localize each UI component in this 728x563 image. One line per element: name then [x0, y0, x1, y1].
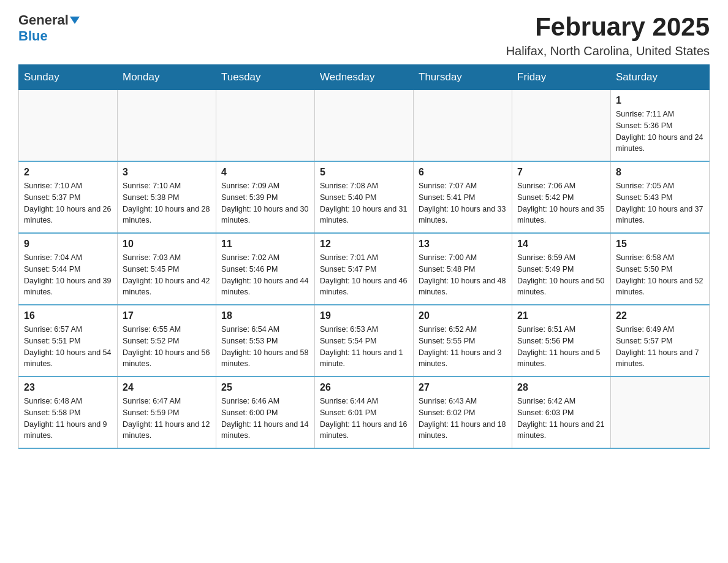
calendar-cell: 8Sunrise: 7:05 AM Sunset: 5:43 PM Daylig… — [611, 161, 710, 233]
day-number: 12 — [320, 239, 408, 250]
calendar-cell: 4Sunrise: 7:09 AM Sunset: 5:39 PM Daylig… — [216, 161, 315, 233]
day-number: 24 — [123, 382, 211, 393]
day-info: Sunrise: 6:47 AM Sunset: 5:59 PM Dayligh… — [123, 396, 211, 442]
day-number: 11 — [221, 239, 309, 250]
day-info: Sunrise: 7:10 AM Sunset: 5:38 PM Dayligh… — [123, 180, 211, 226]
calendar-cell: 5Sunrise: 7:08 AM Sunset: 5:40 PM Daylig… — [315, 161, 414, 233]
day-info: Sunrise: 6:55 AM Sunset: 5:52 PM Dayligh… — [123, 324, 211, 370]
day-info: Sunrise: 6:46 AM Sunset: 6:00 PM Dayligh… — [221, 396, 309, 442]
day-number: 28 — [517, 382, 605, 393]
calendar-cell: 21Sunrise: 6:51 AM Sunset: 5:56 PM Dayli… — [512, 305, 611, 377]
calendar-cell: 11Sunrise: 7:02 AM Sunset: 5:46 PM Dayli… — [216, 233, 315, 305]
calendar-cell: 9Sunrise: 7:04 AM Sunset: 5:44 PM Daylig… — [19, 233, 118, 305]
day-info: Sunrise: 6:54 AM Sunset: 5:53 PM Dayligh… — [221, 324, 309, 370]
logo: General Blue — [18, 12, 80, 44]
day-number: 8 — [616, 167, 704, 178]
day-number: 13 — [419, 239, 507, 250]
header-friday: Friday — [512, 65, 611, 90]
header-thursday: Thursday — [414, 65, 512, 90]
logo-triangle-icon — [70, 17, 80, 24]
calendar-cell — [611, 377, 710, 448]
calendar-cell: 1Sunrise: 7:11 AM Sunset: 5:36 PM Daylig… — [611, 90, 710, 162]
header-wednesday: Wednesday — [315, 65, 414, 90]
header-tuesday: Tuesday — [216, 65, 315, 90]
day-info: Sunrise: 6:53 AM Sunset: 5:54 PM Dayligh… — [320, 324, 408, 370]
day-number: 3 — [123, 167, 211, 178]
day-number: 1 — [616, 95, 704, 106]
day-number: 4 — [221, 167, 309, 178]
day-number: 26 — [320, 382, 408, 393]
day-info: Sunrise: 6:44 AM Sunset: 6:01 PM Dayligh… — [320, 396, 408, 442]
calendar-cell — [315, 90, 414, 162]
day-number: 22 — [616, 310, 704, 321]
calendar-week-1: 1Sunrise: 7:11 AM Sunset: 5:36 PM Daylig… — [19, 90, 710, 162]
calendar-header-row: SundayMondayTuesdayWednesdayThursdayFrid… — [19, 65, 710, 90]
month-title: February 2025 — [506, 12, 710, 42]
header-saturday: Saturday — [611, 65, 710, 90]
calendar-cell — [118, 90, 216, 162]
day-number: 25 — [221, 382, 309, 393]
day-info: Sunrise: 6:59 AM Sunset: 5:49 PM Dayligh… — [517, 252, 605, 298]
calendar-week-5: 23Sunrise: 6:48 AM Sunset: 5:58 PM Dayli… — [19, 377, 710, 448]
calendar-cell: 13Sunrise: 7:00 AM Sunset: 5:48 PM Dayli… — [414, 233, 512, 305]
title-block: February 2025 Halifax, North Carolina, U… — [506, 12, 710, 58]
day-number: 2 — [24, 167, 112, 178]
day-number: 14 — [517, 239, 605, 250]
day-number: 27 — [419, 382, 507, 393]
calendar-cell: 22Sunrise: 6:49 AM Sunset: 5:57 PM Dayli… — [611, 305, 710, 377]
day-info: Sunrise: 6:52 AM Sunset: 5:55 PM Dayligh… — [419, 324, 507, 370]
calendar-cell: 25Sunrise: 6:46 AM Sunset: 6:00 PM Dayli… — [216, 377, 315, 448]
calendar-cell: 27Sunrise: 6:43 AM Sunset: 6:02 PM Dayli… — [414, 377, 512, 448]
day-info: Sunrise: 6:49 AM Sunset: 5:57 PM Dayligh… — [616, 324, 704, 370]
day-number: 6 — [419, 167, 507, 178]
day-number: 18 — [221, 310, 309, 321]
day-info: Sunrise: 7:09 AM Sunset: 5:39 PM Dayligh… — [221, 180, 309, 226]
calendar-cell: 24Sunrise: 6:47 AM Sunset: 5:59 PM Dayli… — [118, 377, 216, 448]
calendar-cell: 18Sunrise: 6:54 AM Sunset: 5:53 PM Dayli… — [216, 305, 315, 377]
calendar-cell — [414, 90, 512, 162]
header-monday: Monday — [118, 65, 216, 90]
day-number: 21 — [517, 310, 605, 321]
calendar-week-4: 16Sunrise: 6:57 AM Sunset: 5:51 PM Dayli… — [19, 305, 710, 377]
day-number: 15 — [616, 239, 704, 250]
calendar-cell: 15Sunrise: 6:58 AM Sunset: 5:50 PM Dayli… — [611, 233, 710, 305]
logo-general-text: General — [18, 12, 69, 28]
calendar-cell: 17Sunrise: 6:55 AM Sunset: 5:52 PM Dayli… — [118, 305, 216, 377]
day-info: Sunrise: 6:48 AM Sunset: 5:58 PM Dayligh… — [24, 396, 112, 442]
calendar-cell: 6Sunrise: 7:07 AM Sunset: 5:41 PM Daylig… — [414, 161, 512, 233]
calendar-cell: 10Sunrise: 7:03 AM Sunset: 5:45 PM Dayli… — [118, 233, 216, 305]
day-number: 5 — [320, 167, 408, 178]
calendar-cell — [216, 90, 315, 162]
day-number: 9 — [24, 239, 112, 250]
logo-blue-text: Blue — [18, 28, 48, 44]
header-sunday: Sunday — [19, 65, 118, 90]
day-info: Sunrise: 7:01 AM Sunset: 5:47 PM Dayligh… — [320, 252, 408, 298]
day-info: Sunrise: 7:04 AM Sunset: 5:44 PM Dayligh… — [24, 252, 112, 298]
day-info: Sunrise: 7:07 AM Sunset: 5:41 PM Dayligh… — [419, 180, 507, 226]
calendar-cell: 14Sunrise: 6:59 AM Sunset: 5:49 PM Dayli… — [512, 233, 611, 305]
day-number: 16 — [24, 310, 112, 321]
day-number: 19 — [320, 310, 408, 321]
calendar-cell: 3Sunrise: 7:10 AM Sunset: 5:38 PM Daylig… — [118, 161, 216, 233]
calendar-cell: 7Sunrise: 7:06 AM Sunset: 5:42 PM Daylig… — [512, 161, 611, 233]
day-number: 10 — [123, 239, 211, 250]
day-info: Sunrise: 6:58 AM Sunset: 5:50 PM Dayligh… — [616, 252, 704, 298]
day-info: Sunrise: 7:10 AM Sunset: 5:37 PM Dayligh… — [24, 180, 112, 226]
calendar-cell: 19Sunrise: 6:53 AM Sunset: 5:54 PM Dayli… — [315, 305, 414, 377]
day-info: Sunrise: 6:57 AM Sunset: 5:51 PM Dayligh… — [24, 324, 112, 370]
calendar-week-3: 9Sunrise: 7:04 AM Sunset: 5:44 PM Daylig… — [19, 233, 710, 305]
day-info: Sunrise: 7:03 AM Sunset: 5:45 PM Dayligh… — [123, 252, 211, 298]
day-info: Sunrise: 7:00 AM Sunset: 5:48 PM Dayligh… — [419, 252, 507, 298]
calendar-cell: 23Sunrise: 6:48 AM Sunset: 5:58 PM Dayli… — [19, 377, 118, 448]
day-info: Sunrise: 7:05 AM Sunset: 5:43 PM Dayligh… — [616, 180, 704, 226]
day-info: Sunrise: 6:42 AM Sunset: 6:03 PM Dayligh… — [517, 396, 605, 442]
page-header: General Blue February 2025 Halifax, Nort… — [18, 12, 710, 58]
calendar-table: SundayMondayTuesdayWednesdayThursdayFrid… — [18, 64, 710, 449]
day-info: Sunrise: 7:02 AM Sunset: 5:46 PM Dayligh… — [221, 252, 309, 298]
day-number: 17 — [123, 310, 211, 321]
calendar-cell: 12Sunrise: 7:01 AM Sunset: 5:47 PM Dayli… — [315, 233, 414, 305]
calendar-cell: 20Sunrise: 6:52 AM Sunset: 5:55 PM Dayli… — [414, 305, 512, 377]
day-number: 23 — [24, 382, 112, 393]
calendar-cell — [512, 90, 611, 162]
day-number: 7 — [517, 167, 605, 178]
